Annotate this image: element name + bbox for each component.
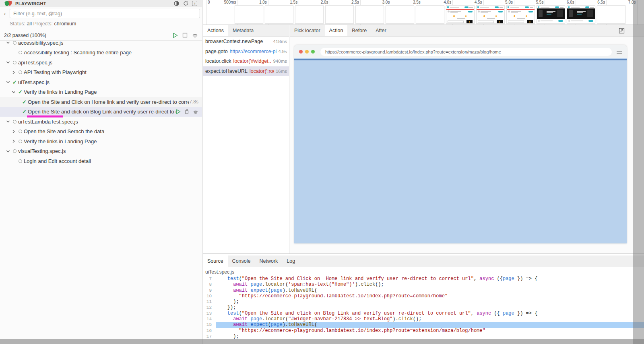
chevron-right-icon[interactable] (10, 139, 17, 143)
tab-source[interactable]: Source (203, 255, 228, 267)
snapshot-url-bar: https://ecommerce-playground.lambdatest.… (320, 48, 612, 56)
action-list-item[interactable]: page.gotohttps://ecommerce-pl...4.9s (203, 47, 289, 57)
test-tree-item[interactable]: visualTesting.spec.js (0, 146, 202, 157)
source-line[interactable]: 12 }); (203, 305, 644, 310)
source-line[interactable]: 13 test("Open the Site and click on Blog… (203, 311, 644, 316)
film-strip-frame[interactable] (476, 5, 505, 24)
snapshot-page-content[interactable] (294, 58, 627, 243)
line-code: await expect(page).toHaveURL( (216, 322, 644, 328)
timeline-tick-label: 4.0s (428, 0, 451, 4)
chevron-down-icon[interactable] (5, 80, 11, 84)
line-number: 14 (203, 316, 216, 322)
source-line[interactable]: 9 await expect(page).toHaveURL( (203, 288, 644, 293)
actions-list: browserContext.newPage418mspage.gotohttp… (203, 37, 289, 76)
tab-network[interactable]: Network (255, 255, 282, 267)
line-code: test("Open the Site and click on Blog Li… (216, 311, 644, 316)
pass-check-icon: ✓ (17, 89, 24, 95)
source-file-name: uiTest.spec.js (203, 267, 644, 276)
theme-toggle-icon[interactable] (173, 1, 179, 6)
source-panel: SourceConsoleNetworkLog uiTest.spec.js 7… (203, 253, 644, 344)
test-tree-item[interactable]: ✓Open the Site and click on Blog Link an… (0, 107, 202, 117)
filter-status-line[interactable]: Status: all Projects: chromium (10, 21, 202, 27)
window-scrollbar-right[interactable] (633, 0, 644, 344)
test-tree-item[interactable]: Open the Site and Serach the data (0, 127, 202, 137)
line-code: "https://ecommerce-playground.lambdatest… (216, 328, 644, 334)
source-line[interactable]: 7 test("Open the Site and Click on Home … (203, 276, 644, 282)
action-duration: 940ms (273, 59, 287, 64)
film-strip-frame[interactable] (446, 5, 475, 24)
test-tree-item[interactable]: ✓uiTest.spec.js (0, 77, 202, 87)
test-tree-item[interactable]: Login and Edit account detail (0, 156, 202, 166)
chevron-down-icon[interactable] (5, 119, 11, 124)
source-line[interactable]: 16 "https://ecommerce-playground.lambdat… (203, 328, 644, 334)
open-external-icon[interactable] (619, 28, 625, 34)
watch-test-icon[interactable] (193, 109, 198, 114)
trace-timeline[interactable]: 0500ms1.0s1.5s2.0s2.5s3.0s3.5s4.0s4.5s5.… (203, 0, 644, 25)
action-argument: locator(':roo... (250, 68, 274, 74)
not-run-circle-icon (11, 61, 18, 64)
film-strip-frame[interactable] (295, 5, 324, 24)
test-item-label: apiTest.spec.js (18, 60, 52, 66)
tab-pick-locator[interactable]: Pick locator (290, 25, 325, 36)
filter-expand-icon[interactable]: › (0, 11, 10, 16)
film-strip-frame[interactable] (506, 5, 535, 24)
film-strip-frame[interactable] (265, 5, 293, 24)
tab-console[interactable]: Console (228, 255, 255, 267)
tab-metadata[interactable]: Metadata (228, 25, 258, 36)
film-strip-frame[interactable] (386, 5, 414, 24)
run-test-button[interactable] (176, 109, 181, 114)
film-strip-frame[interactable] (537, 5, 565, 24)
status-value[interactable]: all (27, 21, 32, 27)
line-number: 16 (203, 328, 216, 334)
film-strip-frame[interactable] (325, 5, 354, 24)
tab-actions[interactable]: Actions (203, 25, 228, 36)
action-list-item[interactable]: locator.clicklocator('#widget...940ms (203, 56, 289, 66)
film-strip-frame[interactable] (597, 5, 625, 24)
show-source-icon[interactable] (184, 109, 189, 114)
film-strip-frame[interactable] (235, 5, 263, 24)
tab-before[interactable]: Before (347, 25, 371, 36)
source-line-highlighted[interactable]: 15 await expect(page).toHaveURL( (203, 322, 644, 328)
window-scrollbar-bottom[interactable] (0, 339, 644, 344)
snapshot-browser-window: https://ecommerce-playground.lambdatest.… (294, 45, 627, 243)
action-list-item[interactable]: expect.toHaveURLlocator(':roo...16ms (203, 66, 289, 76)
test-item-label: uiTest.spec.js (18, 79, 50, 85)
test-tree-item[interactable]: API Testing with Playwright (0, 68, 202, 78)
test-tree-item[interactable]: uiTestLambdaTest.spec.js (0, 117, 202, 127)
chevron-down-icon[interactable] (5, 60, 11, 64)
source-line[interactable]: 10 "https://ecommerce-playground.lambdat… (203, 293, 644, 299)
source-line[interactable]: 14 await page.locator("#widget-navbar-21… (203, 316, 644, 322)
test-tree-item[interactable]: accessibility.spec.js (0, 38, 202, 48)
collapse-sidebar-icon[interactable]: › (192, 1, 197, 6)
test-item-label: Open the Site and click on Blog Link and… (28, 109, 176, 115)
test-tree-item[interactable]: Accessibility testing : Scanning the ent… (0, 48, 202, 58)
run-all-button[interactable] (173, 33, 178, 38)
film-strip-frame[interactable] (355, 5, 384, 24)
test-tree-item[interactable]: Verify the links in Landing Page (0, 136, 202, 146)
film-strip-frame[interactable] (567, 5, 595, 24)
source-line[interactable]: 11 ); (203, 299, 644, 305)
action-list-item[interactable]: browserContext.newPage418ms (203, 37, 289, 47)
source-code-view[interactable]: 7 test("Open the Site and Click on Home … (203, 276, 644, 339)
projects-value[interactable]: chromium (54, 21, 76, 27)
reload-icon[interactable] (183, 1, 188, 6)
not-run-circle-icon (11, 120, 18, 124)
test-tree-item[interactable]: ✓Verify the links in Landing Page (0, 87, 202, 97)
chevron-down-icon[interactable] (10, 90, 17, 94)
test-item-label: accessibility.spec.js (18, 40, 63, 46)
tab-after[interactable]: After (371, 25, 390, 36)
chevron-down-icon[interactable] (5, 149, 11, 153)
test-tree-item[interactable]: apiTest.spec.js (0, 58, 202, 68)
source-line[interactable]: 8 await page.locator('span:has-text("Hom… (203, 282, 644, 287)
film-strip-frame[interactable] (416, 5, 444, 24)
test-tree-item[interactable]: ✓Open the Site and Click on Home link an… (0, 97, 202, 107)
tab-log[interactable]: Log (282, 255, 299, 267)
filter-input[interactable] (10, 9, 200, 18)
tab-action[interactable]: Action (325, 25, 348, 36)
stop-button[interactable] (182, 33, 188, 38)
chevron-right-icon[interactable] (10, 130, 17, 134)
test-item-label: uiTestLambdaTest.spec.js (18, 119, 78, 125)
chevron-right-icon[interactable] (10, 70, 17, 74)
chevron-down-icon[interactable] (5, 41, 11, 45)
watch-all-icon[interactable] (192, 33, 198, 38)
